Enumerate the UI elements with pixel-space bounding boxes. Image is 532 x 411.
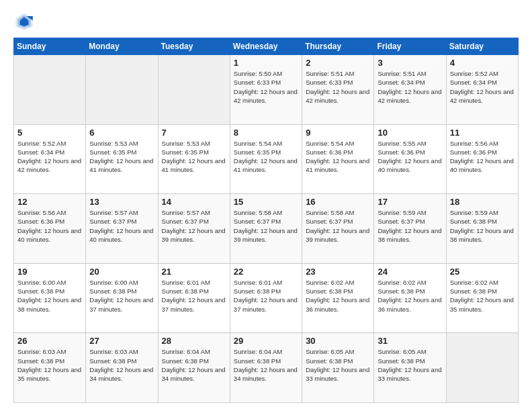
day-of-week-wednesday: Wednesday [230, 38, 302, 55]
calendar-cell [446, 333, 518, 403]
calendar-cell: 10Sunrise: 5:55 AMSunset: 6:36 PMDayligh… [374, 124, 446, 194]
calendar-cell: 3Sunrise: 5:51 AMSunset: 6:34 PMDaylight… [374, 55, 446, 125]
day-of-week-monday: Monday [86, 38, 158, 55]
day-number: 12 [17, 197, 82, 207]
calendar-cell: 26Sunrise: 6:03 AMSunset: 6:38 PMDayligh… [14, 333, 86, 403]
day-number: 5 [17, 128, 82, 138]
day-info: Sunrise: 5:57 AMSunset: 6:37 PMDaylight:… [89, 208, 154, 244]
day-info: Sunrise: 6:05 AMSunset: 6:38 PMDaylight:… [378, 347, 442, 383]
day-info: Sunrise: 5:53 AMSunset: 6:35 PMDaylight:… [162, 139, 226, 175]
calendar-header: SundayMondayTuesdayWednesdayThursdayFrid… [14, 38, 519, 55]
day-number: 30 [306, 336, 370, 346]
day-info: Sunrise: 5:56 AMSunset: 6:36 PMDaylight:… [450, 139, 515, 175]
calendar-cell: 12Sunrise: 5:56 AMSunset: 6:36 PMDayligh… [14, 194, 86, 264]
calendar-table: SundayMondayTuesdayWednesdayThursdayFrid… [13, 38, 519, 403]
day-info: Sunrise: 5:58 AMSunset: 6:37 PMDaylight:… [234, 208, 298, 244]
day-number: 10 [378, 128, 442, 138]
day-info: Sunrise: 5:50 AMSunset: 6:33 PMDaylight:… [234, 69, 298, 105]
day-number: 18 [450, 197, 515, 207]
day-number: 2 [306, 58, 370, 68]
day-of-week-thursday: Thursday [302, 38, 374, 55]
day-info: Sunrise: 5:54 AMSunset: 6:35 PMDaylight:… [234, 139, 298, 175]
calendar-cell: 16Sunrise: 5:58 AMSunset: 6:37 PMDayligh… [302, 194, 374, 264]
day-number: 14 [162, 197, 226, 207]
logo-icon [13, 11, 35, 32]
week-row-3: 12Sunrise: 5:56 AMSunset: 6:36 PMDayligh… [14, 194, 519, 264]
calendar-cell: 19Sunrise: 6:00 AMSunset: 6:38 PMDayligh… [14, 263, 86, 333]
day-info: Sunrise: 5:52 AMSunset: 6:34 PMDaylight:… [450, 69, 515, 105]
day-info: Sunrise: 5:59 AMSunset: 6:38 PMDaylight:… [450, 208, 515, 244]
week-row-4: 19Sunrise: 6:00 AMSunset: 6:38 PMDayligh… [14, 263, 519, 333]
calendar-cell: 13Sunrise: 5:57 AMSunset: 6:37 PMDayligh… [86, 194, 158, 264]
day-info: Sunrise: 6:01 AMSunset: 6:38 PMDaylight:… [162, 278, 226, 314]
day-number: 29 [234, 336, 298, 346]
calendar-cell: 17Sunrise: 5:59 AMSunset: 6:37 PMDayligh… [374, 194, 446, 264]
day-info: Sunrise: 5:57 AMSunset: 6:37 PMDaylight:… [162, 208, 226, 244]
day-number: 13 [89, 197, 154, 207]
calendar-cell: 15Sunrise: 5:58 AMSunset: 6:37 PMDayligh… [230, 194, 302, 264]
day-info: Sunrise: 6:03 AMSunset: 6:38 PMDaylight:… [89, 347, 154, 383]
day-number: 20 [89, 267, 154, 277]
day-number: 23 [306, 267, 370, 277]
day-info: Sunrise: 5:54 AMSunset: 6:36 PMDaylight:… [306, 139, 370, 175]
day-info: Sunrise: 6:05 AMSunset: 6:38 PMDaylight:… [306, 347, 370, 383]
day-of-week-tuesday: Tuesday [158, 38, 230, 55]
day-number: 11 [450, 128, 515, 138]
day-number: 28 [162, 336, 226, 346]
day-number: 22 [234, 267, 298, 277]
week-row-1: 1Sunrise: 5:50 AMSunset: 6:33 PMDaylight… [14, 55, 519, 125]
week-row-2: 5Sunrise: 5:52 AMSunset: 6:34 PMDaylight… [14, 124, 519, 194]
day-number: 17 [378, 197, 442, 207]
day-number: 25 [450, 267, 515, 277]
day-info: Sunrise: 6:04 AMSunset: 6:38 PMDaylight:… [162, 347, 226, 383]
day-info: Sunrise: 5:51 AMSunset: 6:33 PMDaylight:… [306, 69, 370, 105]
day-info: Sunrise: 5:58 AMSunset: 6:37 PMDaylight:… [306, 208, 370, 244]
calendar-cell: 8Sunrise: 5:54 AMSunset: 6:35 PMDaylight… [230, 124, 302, 194]
calendar-cell [86, 55, 158, 125]
calendar-cell: 28Sunrise: 6:04 AMSunset: 6:38 PMDayligh… [158, 333, 230, 403]
calendar-cell: 23Sunrise: 6:02 AMSunset: 6:38 PMDayligh… [302, 263, 374, 333]
day-number: 8 [234, 128, 298, 138]
calendar-cell: 27Sunrise: 6:03 AMSunset: 6:38 PMDayligh… [86, 333, 158, 403]
calendar-cell: 30Sunrise: 6:05 AMSunset: 6:38 PMDayligh… [302, 333, 374, 403]
calendar-cell: 14Sunrise: 5:57 AMSunset: 6:37 PMDayligh… [158, 194, 230, 264]
day-number: 31 [378, 336, 442, 346]
calendar-cell: 31Sunrise: 6:05 AMSunset: 6:38 PMDayligh… [374, 333, 446, 403]
day-info: Sunrise: 5:52 AMSunset: 6:34 PMDaylight:… [17, 139, 82, 175]
day-number: 4 [450, 58, 515, 68]
day-number: 24 [378, 267, 442, 277]
day-number: 15 [234, 197, 298, 207]
calendar-body: 1Sunrise: 5:50 AMSunset: 6:33 PMDaylight… [14, 55, 519, 403]
calendar-cell: 6Sunrise: 5:53 AMSunset: 6:35 PMDaylight… [86, 124, 158, 194]
calendar-cell [14, 55, 86, 125]
day-number: 9 [306, 128, 370, 138]
calendar-cell: 29Sunrise: 6:04 AMSunset: 6:38 PMDayligh… [230, 333, 302, 403]
day-info: Sunrise: 5:53 AMSunset: 6:35 PMDaylight:… [89, 139, 154, 175]
day-number: 27 [89, 336, 154, 346]
day-number: 16 [306, 197, 370, 207]
days-of-week-row: SundayMondayTuesdayWednesdayThursdayFrid… [14, 38, 519, 55]
header [13, 11, 519, 32]
day-number: 6 [89, 128, 154, 138]
day-info: Sunrise: 6:02 AMSunset: 6:38 PMDaylight:… [306, 278, 370, 314]
calendar-cell [158, 55, 230, 125]
calendar-cell: 21Sunrise: 6:01 AMSunset: 6:38 PMDayligh… [158, 263, 230, 333]
day-info: Sunrise: 6:04 AMSunset: 6:38 PMDaylight:… [234, 347, 298, 383]
calendar-cell: 18Sunrise: 5:59 AMSunset: 6:38 PMDayligh… [446, 194, 518, 264]
calendar-cell: 4Sunrise: 5:52 AMSunset: 6:34 PMDaylight… [446, 55, 518, 125]
day-of-week-saturday: Saturday [446, 38, 518, 55]
day-info: Sunrise: 6:03 AMSunset: 6:38 PMDaylight:… [17, 347, 82, 383]
day-info: Sunrise: 5:56 AMSunset: 6:36 PMDaylight:… [17, 208, 82, 244]
day-number: 7 [162, 128, 226, 138]
day-info: Sunrise: 6:00 AMSunset: 6:38 PMDaylight:… [89, 278, 154, 314]
page: SundayMondayTuesdayWednesdayThursdayFrid… [0, 0, 532, 411]
day-number: 21 [162, 267, 226, 277]
day-number: 1 [234, 58, 298, 68]
day-info: Sunrise: 6:01 AMSunset: 6:38 PMDaylight:… [234, 278, 298, 314]
calendar-cell: 9Sunrise: 5:54 AMSunset: 6:36 PMDaylight… [302, 124, 374, 194]
day-number: 3 [378, 58, 442, 68]
calendar-cell: 2Sunrise: 5:51 AMSunset: 6:33 PMDaylight… [302, 55, 374, 125]
day-info: Sunrise: 5:59 AMSunset: 6:37 PMDaylight:… [378, 208, 442, 244]
calendar-cell: 1Sunrise: 5:50 AMSunset: 6:33 PMDaylight… [230, 55, 302, 125]
calendar-cell: 24Sunrise: 6:02 AMSunset: 6:38 PMDayligh… [374, 263, 446, 333]
